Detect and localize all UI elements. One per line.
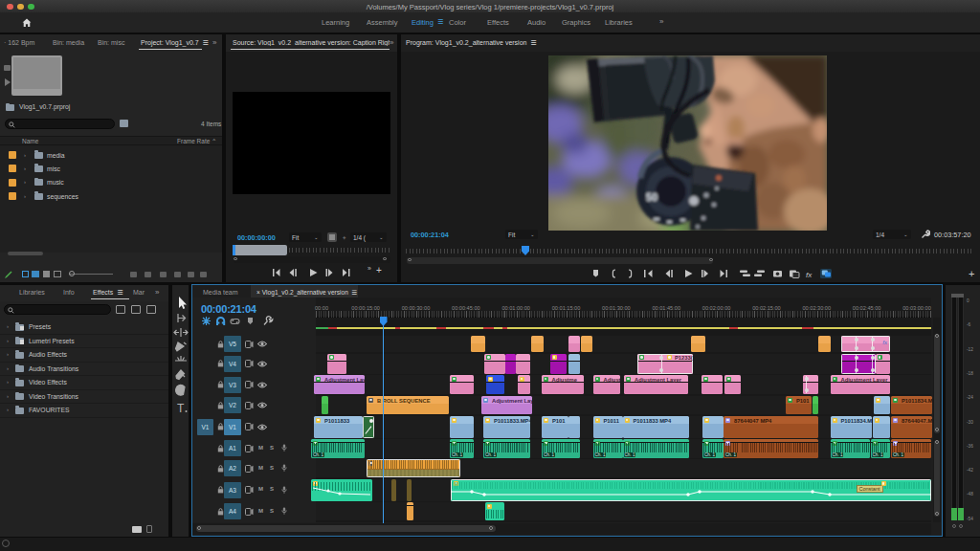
svg-text:fx: fx (806, 271, 813, 279)
svg-text:50: 50 (646, 191, 657, 203)
svg-text:T: T (177, 402, 185, 415)
